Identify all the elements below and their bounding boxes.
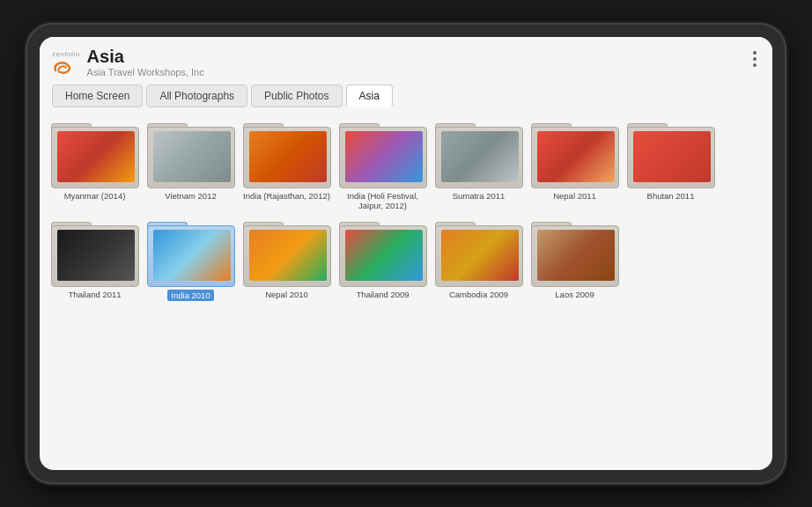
folder-body (339, 127, 427, 188)
folder-body (627, 127, 715, 188)
header-left: zenfolio Asia Asia Travel Workshops, Inc (52, 46, 204, 77)
folder-preview (249, 230, 327, 281)
folder-caption: Thailand 2009 (356, 290, 409, 299)
folder-wrapper: ■■■ (435, 215, 523, 287)
folder-body (339, 225, 427, 287)
folder-item-2[interactable]: ■■■ Vietnam 2012 (144, 116, 237, 211)
tab-home[interactable]: Home Screen (52, 84, 143, 107)
folder-item-5[interactable]: ■■■ Sumatra 2011 (432, 116, 525, 211)
content-area: ■■■ Myanmar (2014) ■■■ Vietnam 2012 ■■■ … (40, 107, 772, 470)
folder-item-6[interactable]: ■■■ Nepal 2011 (528, 116, 621, 211)
menu-dot-3 (753, 63, 757, 67)
folder-item-9[interactable]: ■■■ India 2010 (144, 215, 237, 301)
nav-tabs: Home Screen All Photographs Public Photo… (40, 77, 772, 107)
folder-caption: Bhutan 2011 (647, 191, 695, 201)
folder-wrapper: ■■■ (51, 116, 139, 188)
folder-body (531, 225, 619, 287)
folder-preview (345, 230, 423, 281)
folder-wrapper: ■■■ (531, 215, 619, 287)
folder-preview (57, 230, 135, 281)
logo-area: zenfolio (52, 50, 80, 74)
folder-caption: Thailand 2011 (68, 290, 121, 299)
folder-caption: Sumatra 2011 (453, 191, 506, 201)
menu-dot-1 (753, 51, 757, 55)
folder-body (147, 127, 235, 188)
folder-preview (57, 131, 135, 182)
folder-body (147, 225, 235, 287)
folder-caption: Cambodia 2009 (449, 290, 508, 299)
folder-item-3[interactable]: ■■■ India (Rajasthan, 2012) (240, 116, 333, 211)
folder-caption: Vietnam 2012 (165, 191, 216, 201)
folder-item-11[interactable]: ■■■ Thailand 2009 (336, 215, 429, 301)
folder-caption: Nepal 2011 (553, 191, 596, 201)
folder-body (51, 127, 139, 188)
page-title: Asia (87, 46, 204, 67)
folder-body (531, 127, 619, 188)
folder-item-8[interactable]: ■■■ Thailand 2011 (48, 215, 141, 301)
folder-wrapper: ■■■ (339, 215, 427, 287)
folder-preview (345, 131, 423, 182)
folder-wrapper: ■■■ (339, 116, 427, 188)
folder-preview (249, 131, 327, 182)
folders-grid: ■■■ Myanmar (2014) ■■■ Vietnam 2012 ■■■ … (48, 116, 764, 301)
folder-wrapper: ■■■ (627, 116, 715, 188)
folder-preview (153, 131, 231, 182)
folder-item-1[interactable]: ■■■ Myanmar (2014) (48, 116, 141, 211)
folder-item-10[interactable]: ■■■ Nepal 2010 (240, 215, 333, 301)
folder-caption: India 2010 (167, 290, 213, 301)
folder-wrapper: ■■■ (147, 116, 235, 188)
folder-body (243, 127, 331, 188)
menu-dot-2 (753, 57, 757, 61)
folder-wrapper: ■■■ (435, 116, 523, 188)
folder-item-12[interactable]: ■■■ Cambodia 2009 (432, 215, 525, 301)
folder-preview (537, 230, 615, 281)
folder-preview (441, 131, 519, 182)
folder-item-7[interactable]: ■■■ Bhutan 2011 (624, 116, 717, 211)
folder-preview (441, 230, 519, 281)
device-frame: zenfolio Asia Asia Travel Workshops, Inc (27, 25, 785, 482)
screen: zenfolio Asia Asia Travel Workshops, Inc (40, 37, 772, 470)
folder-wrapper: ■■■ (51, 215, 139, 287)
folder-body (51, 225, 139, 287)
page-subtitle: Asia Travel Workshops, Inc (87, 67, 204, 77)
header: zenfolio Asia Asia Travel Workshops, Inc (40, 37, 772, 77)
zenfolio-logo-icon (52, 58, 77, 74)
folder-caption: Myanmar (2014) (64, 191, 126, 201)
folder-preview (537, 131, 615, 182)
folder-caption: Nepal 2010 (265, 290, 308, 299)
folder-item-4[interactable]: ■■■ India (Holi Festival, Jaipur, 2012) (336, 116, 429, 211)
folder-wrapper: ■■■ (243, 215, 331, 287)
folder-wrapper: ■■■ (243, 116, 331, 188)
folder-preview (153, 230, 231, 281)
folder-caption: India (Rajasthan, 2012) (243, 191, 330, 201)
folder-body (243, 225, 331, 287)
tab-public-photos[interactable]: Public Photos (251, 84, 342, 107)
folder-caption: India (Holi Festival, Jaipur, 2012) (336, 191, 429, 211)
header-title-group: Asia Asia Travel Workshops, Inc (87, 46, 204, 77)
overflow-menu-button[interactable] (749, 46, 760, 72)
tab-asia[interactable]: Asia (346, 84, 393, 107)
folder-body (435, 127, 523, 188)
zenfolio-logo-text: zenfolio (52, 50, 80, 58)
folder-preview (633, 131, 711, 182)
folder-wrapper: ■■■ (531, 116, 619, 188)
folder-caption: Laos 2009 (555, 290, 594, 299)
folder-item-13[interactable]: ■■■ Laos 2009 (528, 215, 621, 301)
folder-wrapper: ■■■ (147, 215, 235, 287)
folder-body (435, 225, 523, 287)
tab-photographs[interactable]: All Photographs (146, 84, 247, 107)
